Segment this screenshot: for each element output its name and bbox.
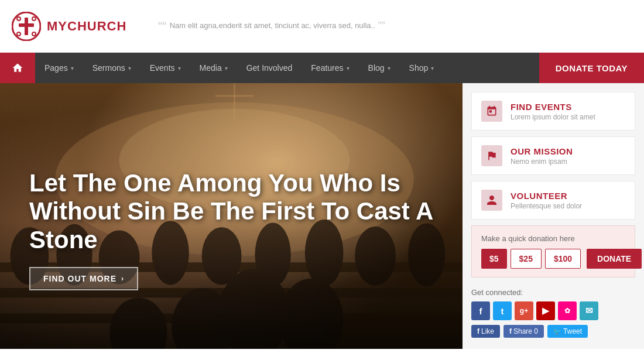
chevron-down-icon: ▾ bbox=[71, 65, 74, 71]
facebook-share-button[interactable]: Share 0 bbox=[503, 325, 544, 338]
find-out-more-button[interactable]: FIND OUT MORE › bbox=[29, 267, 138, 290]
chevron-down-icon: ▾ bbox=[431, 65, 434, 71]
nav-item-sermons[interactable]: Sermons ▾ bbox=[83, 53, 141, 83]
donate-button[interactable]: DONATE bbox=[587, 249, 642, 269]
chevron-down-icon: ▾ bbox=[128, 65, 131, 71]
nav-item-pages[interactable]: Pages ▾ bbox=[35, 53, 83, 83]
donate-today-button[interactable]: DONATE TODAY bbox=[539, 53, 644, 83]
hero-section: Let The One Among You Who Is Without Sin… bbox=[0, 83, 463, 349]
find-events-card[interactable]: FIND EVENTS Lorem ipsum dolor sit amet bbox=[471, 92, 635, 131]
twitter-tweet-button[interactable]: Tweet bbox=[547, 325, 588, 338]
social-icons: f t g+ ▶ ✿ ✉ bbox=[471, 301, 635, 320]
find-events-info: FIND EVENTS Lorem ipsum dolor sit amet bbox=[511, 102, 595, 121]
svg-point-5 bbox=[17, 32, 20, 36]
our-mission-info: OUR MISSION Nemo enim ipsam bbox=[511, 146, 573, 166]
donate-25-button[interactable]: $25 bbox=[511, 249, 542, 269]
donate-100-button[interactable]: $100 bbox=[545, 249, 581, 269]
social-section: Get connected: f t g+ ▶ ✿ ✉ Like Share 0… bbox=[471, 283, 635, 340]
svg-point-4 bbox=[32, 17, 36, 20]
twitter-icon[interactable]: t bbox=[493, 301, 512, 320]
logo-text: MYCHURCH bbox=[47, 19, 126, 34]
sidebar: FIND EVENTS Lorem ipsum dolor sit amet O… bbox=[463, 83, 644, 349]
facebook-icon[interactable]: f bbox=[471, 301, 490, 320]
main-nav: Pages ▾ Sermons ▾ Events ▾ Media ▾ Get I… bbox=[0, 53, 644, 83]
main-content: Let The One Among You Who Is Without Sin… bbox=[0, 83, 644, 349]
nav-item-features[interactable]: Features ▾ bbox=[302, 53, 358, 83]
logo-icon bbox=[12, 12, 41, 41]
chevron-down-icon: ▾ bbox=[347, 65, 350, 71]
header: MYCHURCH Nam elit agna,enderit sit amet,… bbox=[0, 0, 644, 53]
calendar-icon bbox=[481, 101, 502, 122]
volunteer-card[interactable]: VOLUNTEER Pellentesque sed dolor bbox=[471, 181, 635, 220]
nav-item-blog[interactable]: Blog ▾ bbox=[359, 53, 400, 83]
logo[interactable]: MYCHURCH bbox=[12, 12, 141, 41]
hero-content: Let The One Among You Who Is Without Sin… bbox=[29, 169, 433, 290]
header-quote: Nam elit agna,enderit sit amet, tinciunt… bbox=[141, 16, 385, 36]
svg-rect-2 bbox=[19, 23, 34, 27]
donation-label: Make a quick donation here bbox=[481, 234, 625, 243]
nav-item-media[interactable]: Media ▾ bbox=[190, 53, 237, 83]
donation-amounts: $5 $25 $100 DONATE bbox=[481, 249, 625, 269]
email-icon[interactable]: ✉ bbox=[580, 301, 598, 320]
googleplus-icon[interactable]: g+ bbox=[515, 301, 533, 320]
hero-title: Let The One Among You Who Is Without Sin… bbox=[29, 169, 433, 254]
facebook-like-button[interactable]: Like bbox=[471, 325, 500, 338]
arrow-icon: › bbox=[121, 275, 124, 283]
donation-widget: Make a quick donation here $5 $25 $100 D… bbox=[471, 225, 635, 277]
donate-5-button[interactable]: $5 bbox=[481, 249, 507, 269]
chevron-down-icon: ▾ bbox=[225, 65, 228, 71]
flickr-icon[interactable]: ✿ bbox=[558, 301, 577, 320]
person-icon bbox=[481, 190, 502, 211]
nav-item-get-involved[interactable]: Get Involved bbox=[237, 53, 302, 83]
chevron-down-icon: ▾ bbox=[178, 65, 181, 71]
svg-point-3 bbox=[17, 17, 20, 20]
our-mission-card[interactable]: OUR MISSION Nemo enim ipsam bbox=[471, 136, 635, 175]
nav-item-shop[interactable]: Shop ▾ bbox=[400, 53, 444, 83]
volunteer-info: VOLUNTEER Pellentesque sed dolor bbox=[511, 191, 582, 210]
chevron-down-icon: ▾ bbox=[388, 65, 390, 71]
nav-home-button[interactable] bbox=[0, 53, 35, 83]
social-action-buttons: Like Share 0 Tweet bbox=[471, 325, 635, 338]
social-label: Get connected: bbox=[471, 288, 635, 297]
nav-item-events[interactable]: Events ▾ bbox=[141, 53, 190, 83]
home-icon bbox=[12, 62, 23, 74]
svg-point-6 bbox=[32, 32, 36, 36]
youtube-icon[interactable]: ▶ bbox=[536, 301, 555, 320]
flag-icon bbox=[481, 145, 502, 166]
